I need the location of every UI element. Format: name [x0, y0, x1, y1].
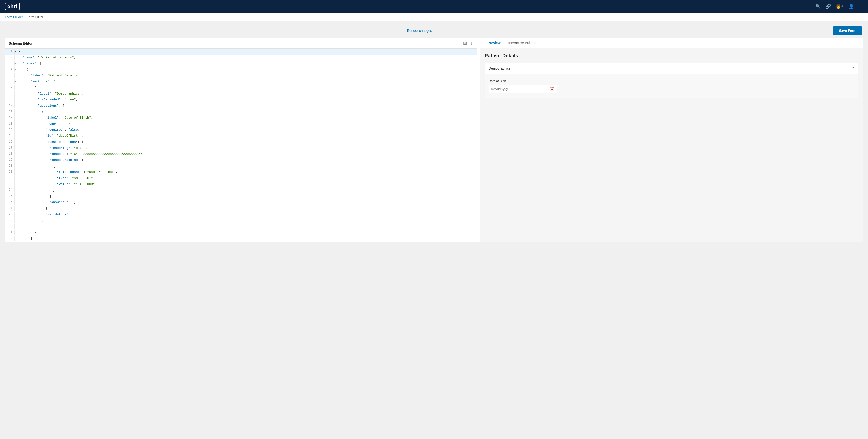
code-line-16: 16 - "questionOptions": { — [5, 139, 477, 145]
breadcrumb-separator-1: / — [24, 15, 25, 19]
code-line-24: 24 } — [5, 187, 477, 193]
save-form-button[interactable]: Save Form — [833, 26, 862, 35]
breadcrumb: Form Builder / Form Editor / — [0, 13, 868, 21]
code-editor: 1 - { 2 "name": "Registration Form", 3 -… — [5, 49, 477, 242]
right-panel: Preview Interactive Builder Patient Deta… — [480, 38, 863, 242]
person-add-icon[interactable]: 👨​+ — [836, 4, 844, 9]
code-line-8: 8 "label": "Demographics", — [5, 91, 477, 97]
date-input[interactable] — [491, 87, 550, 91]
schema-editor-title: Schema Editor — [9, 41, 33, 45]
tab-preview[interactable]: Preview — [484, 38, 504, 48]
schema-editor-header: Schema Editor ▦ ↧ — [5, 38, 477, 49]
code-line-25: 25 ], — [5, 193, 477, 199]
code-line-2: 2 "name": "Registration Form", — [5, 55, 477, 61]
section-content: Date of Birth 📅 — [485, 74, 858, 98]
breadcrumb-form-editor: Form Editor — [27, 15, 43, 19]
toolbar-row: Render changes Save Form — [5, 26, 863, 35]
code-line-6: 6 - "sections": [ — [5, 79, 477, 85]
code-line-31: 31 } — [5, 230, 477, 236]
schema-editor-icons: ▦ ↧ — [463, 41, 473, 46]
code-line-15: 15 "id": "dateOfBirth", — [5, 133, 477, 139]
code-line-7: 7 - { — [5, 85, 477, 91]
code-line-18: 18 "concept": "164802AAAAAAAAAAAAAAAAAAA… — [5, 151, 477, 157]
code-line-29: 29 } — [5, 217, 477, 224]
code-line-22: 22 "type": "SNOMED-CT", — [5, 175, 477, 181]
code-line-12: 12 "label": "Date of Birth", — [5, 115, 477, 121]
section-label: Demographics — [489, 66, 510, 70]
section-accordion: Demographics ⌃ Date of Birth 📅 — [485, 62, 858, 98]
apps-icon[interactable]: ⋮ — [859, 4, 863, 9]
account-icon[interactable]: 👤 — [848, 4, 854, 9]
calendar-icon: 📅 — [550, 87, 554, 91]
code-line-23: 23 "value": "184099003" — [5, 181, 477, 187]
nav-icons-group: 🔍 🔗 👨​+ 👤 ⋮ — [815, 4, 863, 9]
code-line-27: 27 }, — [5, 206, 477, 212]
code-line-28: 28 "validators": [] — [5, 212, 477, 218]
field-label-dob: Date of Birth — [489, 79, 855, 83]
code-line-10: 10 - "questions": [ — [5, 103, 477, 109]
code-line-21: 21 "relationship": "NARROWER-THAN", — [5, 169, 477, 175]
main-area: Render changes Save Form Schema Editor ▦… — [0, 21, 868, 246]
section-header-demographics[interactable]: Demographics ⌃ — [485, 62, 858, 74]
content-area: Schema Editor ▦ ↧ 1 - { 2 "nam — [5, 38, 863, 242]
tools-icon[interactable]: 🔗 — [826, 4, 831, 9]
download-icon[interactable]: ↧ — [470, 41, 473, 46]
date-input-wrapper: 📅 — [489, 85, 557, 93]
top-navigation: ohri 🔍 🔗 👨​+ 👤 ⋮ — [0, 0, 868, 13]
breadcrumb-separator-2: / — [45, 15, 46, 19]
search-icon[interactable]: 🔍 — [815, 4, 820, 9]
code-line-19: 19 - "conceptMappings": [ — [5, 157, 477, 163]
logo: ohri — [5, 3, 20, 10]
logo-text: ohri — [5, 3, 20, 10]
tabs-row: Preview Interactive Builder — [480, 38, 863, 48]
code-line-26: 26 "answers": [], — [5, 199, 477, 206]
code-line-20: 20 - { — [5, 163, 477, 169]
tab-interactive-builder[interactable]: Interactive Builder — [504, 38, 539, 48]
form-title: Patient Details — [485, 53, 858, 59]
preview-panel: Patient Details Demographics ⌃ Date of B… — [480, 48, 863, 242]
code-line-11: 11 - { — [5, 109, 477, 115]
code-line-14: 14 "required": false, — [5, 127, 477, 133]
code-line-32: 32 ] — [5, 236, 477, 242]
code-line-13: 13 "type": "obs", — [5, 121, 477, 127]
code-line-3: 3 - "pages": [ — [5, 61, 477, 67]
code-line-5: 5 "label": "Patient Details", — [5, 73, 477, 79]
code-line-4: 4 - { — [5, 67, 477, 73]
code-line-30: 30 ] — [5, 224, 477, 230]
render-changes-button[interactable]: Render changes — [407, 29, 432, 33]
code-line-1: 1 - { — [5, 49, 477, 55]
copy-icon[interactable]: ▦ — [463, 41, 467, 46]
code-line-17: 17 "rendering": "date", — [5, 145, 477, 151]
breadcrumb-form-builder[interactable]: Form Builder — [5, 15, 23, 19]
schema-editor: Schema Editor ▦ ↧ 1 - { 2 "nam — [5, 38, 477, 242]
chevron-up-icon: ⌃ — [851, 66, 855, 70]
code-line-9: 9 "isExpanded": "true", — [5, 97, 477, 103]
